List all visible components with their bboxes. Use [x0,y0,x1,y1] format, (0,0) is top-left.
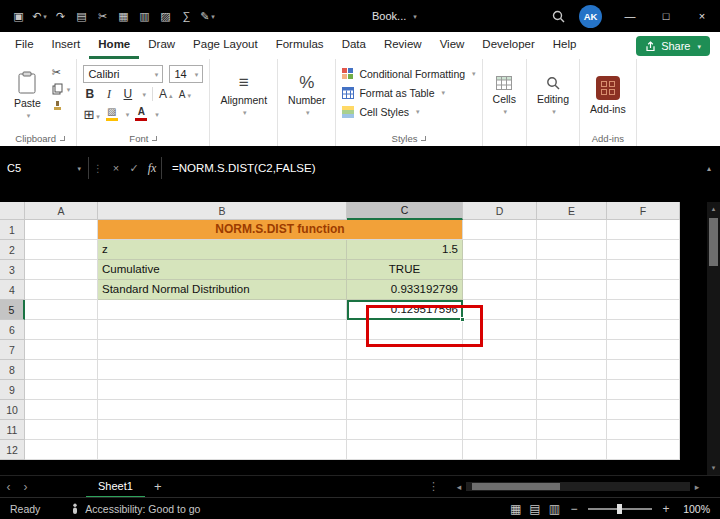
add-sheet-button[interactable]: + [145,479,171,494]
row-header-11[interactable]: 11 [0,420,25,440]
zoom-in-button[interactable]: + [660,502,672,516]
dialog-launcher-icon[interactable] [421,136,426,141]
row-header-5[interactable]: 5 [0,300,25,320]
document-title[interactable]: Book... ▾ [372,0,417,32]
cell-b3[interactable]: Cumulative [98,260,347,280]
clipboard-icon[interactable]: ▤ [71,5,92,27]
tab-file[interactable]: File [6,32,43,59]
copy-button[interactable]: ▾ [52,83,71,95]
minimize-button[interactable]: — [612,0,648,32]
scroll-up-icon[interactable]: ▴ [707,202,720,216]
fill-color-button[interactable]: ▨ [106,107,118,121]
cut-icon[interactable]: ✂ [92,5,113,27]
cell-c2[interactable]: 1.5 [347,240,463,260]
fill-icon[interactable]: ▨ [155,5,176,27]
row-header-6[interactable]: 6 [0,320,25,340]
tab-draw[interactable]: Draw [139,32,184,59]
cell-b2[interactable]: z [98,240,347,260]
formula-input[interactable]: =NORM.S.DIST(C2,FALSE) [162,162,698,174]
accessibility-status[interactable]: Accessibility: Good to go [70,503,200,515]
row-header-8[interactable]: 8 [0,360,25,380]
vertical-scrollbar-thumb[interactable] [709,218,718,266]
enter-button[interactable]: ✓ [125,162,143,175]
increase-font-button[interactable]: A▴ [159,87,173,101]
page-break-view-button[interactable]: ▥ [549,502,560,516]
tab-page-layout[interactable]: Page Layout [184,32,267,59]
cancel-button[interactable]: × [107,162,125,174]
column-header-c[interactable]: C [347,202,463,220]
cell-c4[interactable]: 0.933192799 [347,280,463,300]
row-header-12[interactable]: 12 [0,440,25,460]
name-box[interactable]: C5 ▾ [0,156,88,180]
collapse-formula-bar-icon[interactable]: ▴ [698,164,720,173]
table-icon[interactable]: ▦ [113,5,134,27]
zoom-slider-thumb[interactable] [617,504,622,514]
number-button[interactable]: % Number ▾ [284,64,329,126]
row-header-4[interactable]: 4 [0,280,25,300]
horizontal-scrollbar-track[interactable] [466,482,690,491]
sheet-options-icon[interactable]: ⋮ [428,480,439,493]
horizontal-scrollbar-thumb[interactable] [472,483,560,490]
row-header-9[interactable]: 9 [0,380,25,400]
editing-button[interactable]: Editing ▾ [533,64,573,126]
decrease-font-button[interactable]: A▾ [178,89,191,100]
pen-icon[interactable]: ✎▾ [197,5,218,27]
cell-b1-merged-title[interactable]: NORM.S.DIST function [98,220,463,240]
fill-handle[interactable] [460,317,465,322]
vertical-scrollbar[interactable]: ▴ ▾ [707,202,720,475]
font-name-combo[interactable]: Calibri ▾ [83,65,163,83]
column-header-e[interactable]: E [537,202,607,220]
row-header-2[interactable]: 2 [0,240,25,260]
sheet-grid[interactable]: NORM.S.DIST function z 1.5 Cumulative TR… [25,220,680,460]
row-header-7[interactable]: 7 [0,340,25,360]
zoom-level[interactable]: 100% [680,503,710,515]
column-header-b[interactable]: B [98,202,347,220]
row-header-1[interactable]: 1 [0,220,25,240]
format-painter-button[interactable] [52,100,71,112]
scroll-right-icon[interactable]: ▸ [690,482,704,492]
avatar[interactable]: AK [579,5,602,28]
share-button[interactable]: Share ▾ [636,36,710,56]
tab-developer[interactable]: Developer [473,32,543,59]
zoom-slider[interactable] [588,508,652,510]
undo-icon[interactable]: ↶▾ [29,5,50,27]
page-layout-view-button[interactable]: ▤ [529,502,540,516]
select-all-corner[interactable] [0,202,25,220]
tab-home[interactable]: Home [89,32,139,59]
save-icon[interactable]: ▣ [8,5,29,27]
italic-button[interactable]: I [102,87,115,102]
autosum-icon[interactable]: ∑ [176,5,197,27]
cell-c5-active[interactable]: 0.129517596 [347,300,463,320]
close-button[interactable]: × [684,0,720,32]
tab-help[interactable]: Help [544,32,586,59]
chart-icon[interactable]: ▥ [134,5,155,27]
horizontal-scrollbar[interactable]: ◂ ▸ [452,476,704,498]
paste-button[interactable]: Paste ▾ [10,64,45,126]
tab-data[interactable]: Data [333,32,375,59]
addins-button[interactable]: Add-ins [586,64,630,126]
search-icon[interactable] [545,10,571,23]
cell-b4[interactable]: Standard Normal Distribution [98,280,347,300]
underline-button[interactable]: U [121,87,134,101]
borders-button[interactable]: ⊞▾ [83,107,99,122]
zoom-out-button[interactable]: − [568,502,580,516]
alignment-button[interactable]: ≡ Alignment ▾ [216,64,271,126]
next-sheet-button[interactable]: › [17,480,34,494]
insert-function-button[interactable]: fx [143,161,161,176]
column-header-d[interactable]: D [463,202,537,220]
column-header-f[interactable]: F [607,202,680,220]
dialog-launcher-icon[interactable] [60,136,65,141]
sheet-tab-sheet1[interactable]: Sheet1 [86,476,145,498]
conditional-formatting-button[interactable]: Conditional Formatting ▾ [342,64,475,83]
cells-button[interactable]: Cells ▾ [489,64,520,126]
row-header-3[interactable]: 3 [0,260,25,280]
bold-button[interactable]: B [83,87,96,101]
scroll-down-icon[interactable]: ▾ [707,461,720,475]
scroll-left-icon[interactable]: ◂ [452,482,466,492]
redo-icon[interactable]: ↷ [50,5,71,27]
format-as-table-button[interactable]: Format as Table ▾ [342,83,475,102]
font-color-button[interactable]: A [135,107,147,121]
tab-review[interactable]: Review [375,32,431,59]
column-header-a[interactable]: A [25,202,98,220]
row-header-10[interactable]: 10 [0,400,25,420]
